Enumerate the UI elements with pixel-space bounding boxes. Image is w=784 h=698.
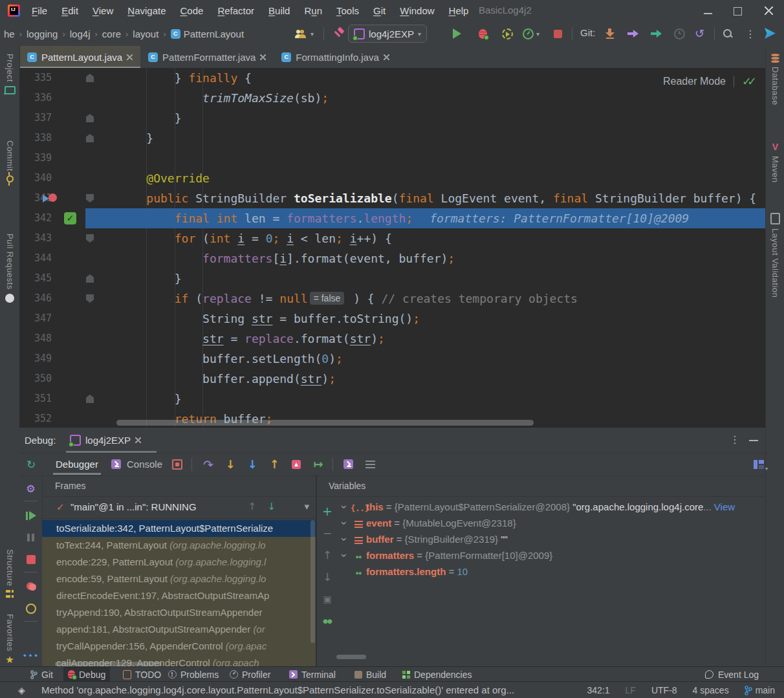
ide-plugin-icon[interactable] bbox=[765, 28, 776, 39]
debug-button[interactable] bbox=[479, 21, 487, 46]
indent-setting[interactable]: 4 spaces bbox=[693, 685, 729, 695]
frame-down-icon[interactable]: ↓ bbox=[267, 501, 276, 512]
expand-chevron-icon[interactable]: › bbox=[338, 501, 353, 514]
evaluate-expression-icon[interactable] bbox=[339, 453, 357, 475]
stack-frame-row[interactable]: toText:244, PatternLayout (org.apache.lo… bbox=[42, 537, 316, 554]
inspections-ok-icon[interactable]: ✓✓ bbox=[742, 74, 757, 89]
force-step-into-icon[interactable]: ↓ bbox=[243, 453, 261, 475]
menu-window[interactable]: Window bbox=[393, 5, 441, 16]
remove-watch-icon[interactable]: − bbox=[317, 525, 338, 541]
menu-code[interactable]: Code bbox=[173, 5, 211, 16]
stack-frame-row[interactable]: append:181, AbstractOutputStreamAppender… bbox=[42, 621, 316, 638]
reader-mode-widget[interactable]: Reader Mode ✓✓ bbox=[663, 74, 757, 89]
duplicate-watch-icon[interactable]: ▣ bbox=[317, 591, 338, 607]
restore-layout-icon[interactable]: ▾ bbox=[749, 453, 768, 475]
breadcrumb-item[interactable]: layout bbox=[133, 28, 158, 39]
menu-refactor[interactable]: Refactor bbox=[210, 5, 261, 16]
drop-frame-icon[interactable] bbox=[287, 453, 305, 475]
fold-marker[interactable] bbox=[86, 74, 94, 82]
stripe-button-pull-requests[interactable]: Pull Requests bbox=[0, 234, 19, 303]
status-event-icon[interactable]: ◈ bbox=[18, 685, 25, 695]
breadcrumb-item[interactable]: log4j bbox=[70, 28, 91, 39]
stripe-button-favorites[interactable]: Favorites★ bbox=[0, 614, 19, 664]
editor-tab[interactable]: CPatternLayout.java bbox=[19, 46, 140, 68]
more-actions-icon[interactable]: ••• bbox=[19, 647, 42, 664]
stripe-button-layout-validation[interactable]: Layout Validation bbox=[766, 213, 784, 298]
line-ending[interactable]: LF bbox=[626, 685, 636, 695]
breadcrumb-item[interactable]: logging bbox=[27, 28, 58, 39]
stack-frame-row[interactable]: encode:59, PatternLayout (org.apache.log… bbox=[42, 571, 316, 587]
menu-navigate[interactable]: Navigate bbox=[120, 5, 173, 16]
menu-build[interactable]: Build bbox=[261, 5, 297, 16]
variable-row[interactable]: ›buffer = {StringBuilder@2319} "" bbox=[338, 531, 765, 547]
toolwindow-button-dependencies[interactable]: Dependencies bbox=[398, 667, 477, 682]
run-with-coverage-icon[interactable] bbox=[502, 21, 513, 46]
close-tab-icon[interactable] bbox=[384, 54, 389, 60]
toolwindow-button-terminal[interactable]: Terminal bbox=[285, 667, 340, 682]
minimize-icon[interactable] bbox=[704, 13, 712, 14]
more-options-icon[interactable]: ⋮ bbox=[745, 21, 756, 46]
variable-row[interactable]: ›{..}this = {PatternLayout$PatternSerial… bbox=[338, 499, 765, 515]
expand-chevron-icon[interactable]: › bbox=[338, 549, 353, 562]
editor-tab[interactable]: CPatternFormatter.java bbox=[140, 46, 274, 68]
stripe-button-maven[interactable]: VMaven bbox=[766, 142, 784, 183]
step-into-icon[interactable]: ↓ bbox=[221, 453, 239, 475]
git-branch-widget[interactable]: main bbox=[745, 685, 775, 695]
mute-breakpoints-icon[interactable] bbox=[19, 600, 42, 617]
stripe-button-database[interactable]: Database bbox=[766, 54, 784, 105]
pause-program-icon[interactable] bbox=[19, 529, 42, 546]
fold-marker[interactable] bbox=[86, 194, 94, 202]
toolwindow-button-profiler[interactable]: Profiler bbox=[225, 667, 275, 682]
view-breakpoints-icon[interactable] bbox=[19, 578, 42, 595]
toolwindow-button-debug[interactable]: Debug bbox=[63, 667, 110, 682]
toolwindow-button-build[interactable]: Build bbox=[350, 667, 391, 682]
view-link[interactable]: View bbox=[714, 501, 735, 512]
breadcrumb-item[interactable]: CPatternLayout bbox=[171, 28, 244, 39]
menu-edit[interactable]: Edit bbox=[54, 5, 85, 16]
console-icon[interactable] bbox=[109, 453, 123, 475]
fold-marker[interactable] bbox=[86, 134, 94, 142]
tab-console[interactable]: Console bbox=[127, 453, 162, 475]
fold-marker[interactable] bbox=[86, 114, 94, 122]
stop-icon[interactable] bbox=[19, 551, 42, 568]
thread-selector[interactable]: ✓ "main"@1 in ...in": RUNNING ↑ ↓ ▾ bbox=[42, 497, 316, 519]
move-up-icon[interactable]: ↑ bbox=[317, 547, 338, 563]
layout-settings-icon[interactable] bbox=[361, 453, 379, 475]
event-log-button[interactable]: Event Log bbox=[705, 667, 759, 682]
file-encoding[interactable]: UTF-8 bbox=[651, 685, 677, 695]
run-configuration-combo[interactable]: log4j2EXP ▾ bbox=[348, 25, 427, 43]
caret-position[interactable]: 342:1 bbox=[587, 685, 610, 695]
maximize-icon[interactable] bbox=[734, 7, 742, 16]
stack-frame-row[interactable]: tryAppend:190, AbstractOutputStreamAppen… bbox=[42, 604, 316, 621]
menu-run[interactable]: Run bbox=[297, 5, 329, 16]
history-icon[interactable] bbox=[674, 21, 685, 46]
variable-row[interactable]: ›event = {MutableLogEvent@2318} bbox=[338, 515, 765, 531]
settings-gear-icon[interactable]: ⚙ bbox=[19, 480, 42, 497]
stack-frame-row[interactable]: toSerializable:342, PatternLayout$Patter… bbox=[42, 520, 316, 537]
debug-options-icon[interactable]: ⋮ bbox=[730, 433, 740, 446]
execution-point-icon[interactable] bbox=[43, 193, 57, 203]
toolwindow-button-todo[interactable]: TODO bbox=[118, 667, 166, 682]
profiler-icon[interactable] bbox=[523, 21, 534, 46]
stack-frame-row[interactable]: encode:229, PatternLayout (org.apache.lo… bbox=[42, 554, 316, 571]
frames-vertical-scrollbar[interactable] bbox=[310, 520, 315, 643]
show-execution-point-icon[interactable] bbox=[169, 453, 185, 475]
variable-row[interactable]: ›●●formatters = {PatternFormatter[10]@20… bbox=[338, 547, 765, 563]
move-down-icon[interactable]: ↓ bbox=[317, 569, 338, 585]
run-button[interactable] bbox=[453, 21, 461, 46]
toolwindow-button-problems[interactable]: Problems bbox=[164, 667, 223, 682]
menu-tools[interactable]: Tools bbox=[329, 5, 366, 16]
frame-up-icon[interactable]: ↑ bbox=[248, 501, 256, 512]
frames-horizontal-scrollbar[interactable] bbox=[55, 662, 162, 666]
expand-chevron-icon[interactable]: › bbox=[338, 517, 353, 530]
fold-marker[interactable] bbox=[86, 274, 94, 283]
stripe-button-project[interactable]: Project bbox=[0, 54, 19, 94]
thread-dropdown-icon[interactable]: ▾ bbox=[304, 501, 309, 512]
step-out-icon[interactable]: ↑ bbox=[265, 453, 283, 475]
run-to-cursor-icon[interactable]: ↦ bbox=[309, 453, 327, 475]
reader-mode-label[interactable]: Reader Mode bbox=[663, 76, 726, 87]
stripe-button-commit[interactable]: Commit bbox=[0, 140, 19, 182]
close-tab-icon[interactable] bbox=[127, 54, 133, 60]
toolwindow-button-git[interactable]: Git bbox=[26, 667, 58, 682]
profiler-dropdown-icon[interactable]: ▾ bbox=[536, 21, 539, 46]
